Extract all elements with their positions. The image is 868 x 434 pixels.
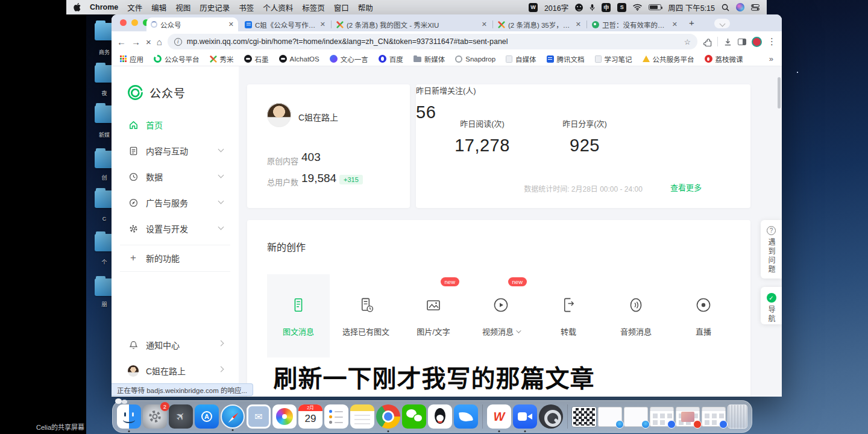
sogou-input-icon[interactable]: S bbox=[617, 3, 626, 12]
battery-icon[interactable] bbox=[649, 4, 661, 10]
menu-view[interactable]: 视图 bbox=[175, 2, 190, 13]
home-icon[interactable]: ⌂ bbox=[157, 37, 162, 47]
menu-profiles[interactable]: 个人资料 bbox=[263, 2, 293, 13]
dock-tencent-meeting-icon[interactable] bbox=[513, 404, 537, 429]
spotlight-icon[interactable] bbox=[722, 4, 729, 11]
sidebar-item-new-feature[interactable]: + 新的功能 bbox=[128, 252, 224, 264]
dock-photos-icon[interactable] bbox=[272, 404, 297, 429]
url-text[interactable]: mp.weixin.qq.com/cgi-bin/home?t=home/ind… bbox=[187, 37, 679, 46]
menu-tabs[interactable]: 标签页 bbox=[302, 2, 325, 13]
dock-trash-icon[interactable] bbox=[728, 404, 747, 429]
emoji-menubar-icon[interactable] bbox=[575, 4, 583, 11]
dock-reminders-icon[interactable] bbox=[324, 404, 348, 429]
menu-file[interactable]: 文件 bbox=[127, 2, 142, 13]
menubar-clock[interactable]: 周四 下午5:15 bbox=[668, 2, 715, 13]
menu-help[interactable]: 帮助 bbox=[358, 2, 373, 13]
sidebar-item-account[interactable]: C姐在路上 bbox=[128, 365, 224, 377]
sidebar-item-ads[interactable]: 广告与服务 bbox=[128, 197, 224, 209]
tab-close-icon[interactable]: ✕ bbox=[672, 20, 678, 28]
create-repost-button[interactable]: 转载 bbox=[537, 274, 600, 357]
sidebar-item-notifications[interactable]: 通知中心 bbox=[128, 339, 224, 351]
dock-mail-icon[interactable]: ✉ bbox=[247, 404, 271, 429]
minimized-safari-window[interactable] bbox=[624, 407, 648, 427]
bookmark-zimeiti[interactable]: 自媒体 bbox=[506, 54, 536, 64]
dock-app-store-icon[interactable]: A bbox=[195, 404, 219, 429]
create-image-text-button[interactable]: new 图片/文字 bbox=[402, 274, 465, 357]
side-panel-icon[interactable] bbox=[738, 39, 746, 45]
tab-search-chevron[interactable] bbox=[714, 19, 730, 28]
menu-app-name[interactable]: Chrome bbox=[90, 3, 118, 11]
wifi-icon[interactable] bbox=[633, 4, 642, 11]
ime-pinyin-icon[interactable]: 中 bbox=[602, 3, 611, 12]
sidebar-item-data[interactable]: 数据 bbox=[128, 171, 224, 183]
original-content-value[interactable]: 403 bbox=[301, 151, 321, 164]
dock-safari-icon[interactable] bbox=[221, 404, 245, 429]
minimized-qr-window[interactable] bbox=[572, 407, 596, 427]
bookmark-mp-platform[interactable]: 公众号平台 bbox=[154, 54, 200, 64]
menu-edit[interactable]: 编辑 bbox=[151, 2, 166, 13]
bookmark-baidu[interactable]: 百度 bbox=[379, 54, 403, 64]
dock-notes-icon[interactable] bbox=[350, 404, 374, 429]
menu-window[interactable]: 窗口 bbox=[334, 2, 349, 13]
tab-xiumi-2[interactable]: (2 条消息) 35岁，走了10年弯 ✕ bbox=[494, 17, 585, 31]
create-video-button[interactable]: new 视频消息 bbox=[470, 274, 532, 357]
tab-close-icon[interactable]: ✕ bbox=[482, 20, 487, 28]
tab-close-icon[interactable]: ✕ bbox=[228, 20, 234, 28]
window-minimize-button[interactable] bbox=[131, 19, 138, 26]
siri-icon[interactable] bbox=[736, 3, 744, 11]
bookmark-tencent-docs[interactable]: 腾讯文档 bbox=[547, 54, 585, 64]
bookmark-lizhi[interactable]: 荔枝微课 bbox=[705, 54, 743, 64]
bookmark-star-icon[interactable]: ☆ bbox=[684, 37, 691, 46]
help-widget[interactable]: ? 遇到问题 bbox=[761, 220, 782, 278]
tab-mp-home[interactable]: 公众号 ✕ bbox=[146, 17, 238, 31]
minimized-window[interactable] bbox=[650, 407, 674, 427]
forward-icon[interactable]: → bbox=[131, 37, 140, 47]
dock-qq-icon[interactable] bbox=[428, 404, 452, 429]
nav-widget[interactable]: ✓ 导航 bbox=[761, 287, 782, 324]
bookmark-shimo[interactable]: 石墨 bbox=[244, 54, 269, 64]
new-tab-button[interactable]: + bbox=[689, 17, 694, 28]
account-photo-avatar[interactable] bbox=[267, 103, 291, 127]
page-scrollbar[interactable] bbox=[778, 77, 781, 108]
dock-quicktime-icon[interactable] bbox=[539, 404, 563, 429]
bookmark-xiumi[interactable]: 秀米 bbox=[210, 54, 234, 64]
extensions-icon[interactable] bbox=[703, 37, 712, 46]
tab-course-doc[interactable]: C姐《公众号写作变现课》 ✕ bbox=[241, 17, 330, 31]
tab-close-icon[interactable]: ✕ bbox=[576, 20, 581, 28]
control-center-icon[interactable] bbox=[751, 4, 760, 11]
menu-bookmarks[interactable]: 书签 bbox=[239, 2, 254, 13]
profile-avatar[interactable] bbox=[752, 37, 762, 47]
create-audio-button[interactable]: 音频消息 bbox=[605, 274, 667, 357]
dock-dingtalk-icon[interactable] bbox=[454, 404, 478, 429]
apple-menu-icon[interactable] bbox=[74, 3, 81, 11]
minimized-wps-window[interactable] bbox=[676, 407, 700, 427]
tab-article[interactable]: 卫哲：没有效率的增长，是在加 ✕ bbox=[588, 17, 682, 31]
menu-history[interactable]: 历史记录 bbox=[200, 2, 230, 13]
bookmark-apps[interactable]: 应用 bbox=[120, 54, 143, 64]
site-info-icon[interactable]: i bbox=[174, 38, 182, 46]
address-bar[interactable]: i mp.weixin.qq.com/cgi-bin/home?t=home/i… bbox=[168, 34, 697, 49]
dock-calendar-icon[interactable]: 2月29 bbox=[298, 404, 322, 429]
tab-xiumi-1[interactable]: (2 条消息) 我的图文 - 秀米XIU ✕ bbox=[332, 17, 491, 31]
kebab-menu-icon[interactable]: ⋮ bbox=[767, 36, 776, 47]
sidebar-item-settings[interactable]: 设置与开发 bbox=[128, 222, 224, 234]
bookmark-aichatos[interactable]: AIchatOS bbox=[279, 55, 319, 63]
tab-close-icon[interactable]: ✕ bbox=[320, 20, 326, 28]
bookmark-wenxin[interactable]: 文心一言 bbox=[330, 54, 368, 64]
sidebar-item-content[interactable]: 内容与互动 bbox=[128, 145, 224, 157]
minimized-meeting-window[interactable] bbox=[702, 407, 726, 427]
create-existing-button[interactable]: 选择已有图文 bbox=[335, 274, 397, 357]
create-live-button[interactable]: 直播 bbox=[672, 274, 735, 357]
wps-menubar-icon[interactable]: W bbox=[529, 3, 538, 12]
download-icon[interactable] bbox=[723, 37, 732, 46]
bookmarks-overflow-icon[interactable]: » bbox=[769, 54, 773, 63]
minimized-safari-window[interactable] bbox=[598, 407, 622, 427]
total-users-value[interactable]: 19,584 bbox=[301, 172, 336, 185]
create-article-button[interactable]: 图文消息 bbox=[267, 274, 330, 357]
chevron-down-icon[interactable] bbox=[516, 328, 521, 333]
dock-finder-icon[interactable] bbox=[117, 404, 141, 429]
mic-icon[interactable] bbox=[590, 4, 595, 11]
sidebar-item-home[interactable]: 首页 bbox=[128, 119, 224, 131]
stop-icon[interactable]: × bbox=[146, 37, 151, 47]
dock-wps-icon[interactable]: W bbox=[487, 404, 511, 429]
